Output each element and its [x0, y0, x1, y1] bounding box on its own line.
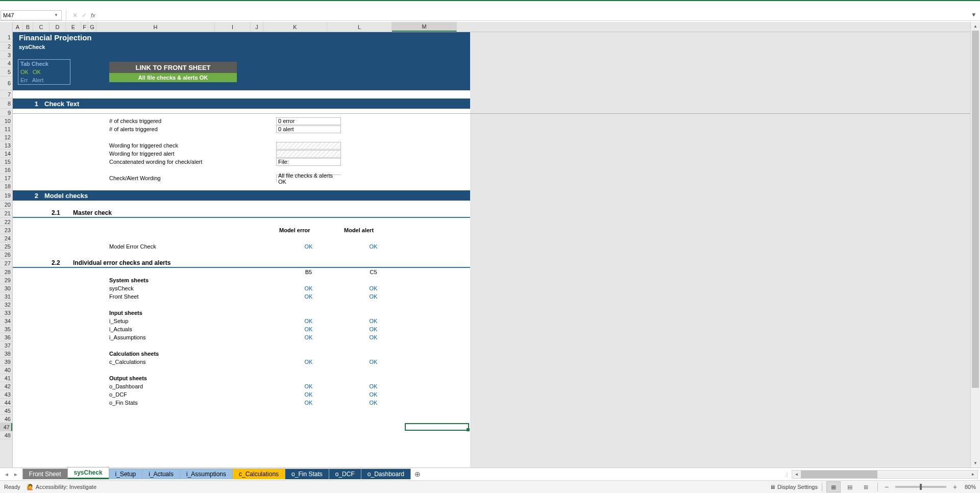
row-header-47[interactable]: 47 — [0, 423, 12, 431]
column-header-G[interactable]: G — [88, 22, 96, 32]
sheet-tab-o_dcf[interactable]: o_DCF — [329, 469, 361, 479]
link-to-front-sheet-button[interactable]: LINK TO FRONT SHEET — [109, 62, 237, 73]
row-header-23[interactable]: 23 — [0, 226, 12, 234]
spreadsheet-grid[interactable]: Financial Projection sysCheck Tab Check … — [13, 32, 970, 467]
row-header-40[interactable]: 40 — [0, 366, 12, 374]
row-header-4[interactable]: 4 — [0, 59, 12, 68]
row-header-13[interactable]: 13 — [0, 141, 12, 150]
row-header-31[interactable]: 31 — [0, 292, 12, 301]
row-header-33[interactable]: 33 — [0, 309, 12, 317]
column-header-M[interactable]: M — [392, 22, 457, 32]
row-header-17[interactable]: 17 — [0, 174, 12, 182]
row-header-45[interactable]: 45 — [0, 407, 12, 415]
row-header-36[interactable]: 36 — [0, 333, 12, 341]
row-header-44[interactable]: 44 — [0, 399, 12, 407]
row-header-24[interactable]: 24 — [0, 234, 12, 242]
row-header-22[interactable]: 22 — [0, 218, 12, 226]
sheet-tab-c_calculations[interactable]: c_Calculations — [232, 469, 285, 479]
row-header-14[interactable]: 14 — [0, 150, 12, 158]
column-header-D[interactable]: D — [50, 22, 66, 32]
row-header-5[interactable]: 5 — [0, 68, 12, 77]
cancel-icon[interactable]: ✕ — [70, 11, 80, 20]
row-header-16[interactable]: 16 — [0, 166, 12, 174]
sheet-tab-o_fin-stats[interactable]: o_Fin Stats — [285, 469, 329, 479]
tab-nav-prev-icon[interactable]: ◄ — [4, 472, 9, 477]
row-header-42[interactable]: 42 — [0, 382, 12, 390]
row-header-29[interactable]: 29 — [0, 276, 12, 284]
row-header-39[interactable]: 39 — [0, 358, 12, 366]
scroll-left-button[interactable]: ◄ — [792, 471, 801, 478]
zoom-in-button[interactable]: + — [950, 482, 960, 491]
row-header-34[interactable]: 34 — [0, 317, 12, 325]
scroll-up-button[interactable]: ▲ — [971, 22, 980, 31]
row-header-25[interactable]: 25 — [0, 242, 12, 251]
normal-view-button[interactable]: ▦ — [826, 481, 841, 492]
column-header-K[interactable]: K — [263, 22, 327, 32]
column-header-E[interactable]: E — [66, 22, 81, 32]
zoom-level[interactable]: 80% — [965, 484, 976, 490]
zoom-out-button[interactable]: − — [882, 482, 891, 491]
column-header-A[interactable]: A — [13, 22, 23, 32]
scroll-down-button[interactable]: ▼ — [971, 459, 980, 467]
row-header-1[interactable]: 1 — [0, 32, 12, 42]
row-header-30[interactable]: 30 — [0, 284, 12, 292]
row-header-7[interactable]: 7 — [0, 90, 12, 98]
page-break-view-button[interactable]: ⊞ — [859, 481, 873, 492]
zoom-slider-thumb[interactable] — [920, 484, 922, 490]
row-header-6[interactable]: 6 — [0, 77, 12, 90]
row-header-37[interactable]: 37 — [0, 341, 12, 350]
horizontal-scroll-thumb[interactable] — [801, 471, 877, 478]
row-header-28[interactable]: 28 — [0, 268, 12, 276]
row-header-32[interactable]: 32 — [0, 301, 12, 309]
row-header-9[interactable]: 9 — [0, 109, 12, 117]
vertical-scrollbar[interactable]: ▲ ▼ — [970, 22, 980, 467]
sheet-tab-syscheck[interactable]: sysCheck — [67, 467, 109, 479]
enter-icon[interactable]: ✓ — [80, 11, 89, 20]
row-header-18[interactable]: 18 — [0, 182, 12, 190]
formula-input[interactable] — [99, 10, 970, 20]
row-header-11[interactable]: 11 — [0, 125, 12, 133]
sheet-tab-front-sheet[interactable]: Front Sheet — [22, 469, 68, 479]
column-header-L[interactable]: L — [327, 22, 392, 32]
sheet-tab-i_assumptions[interactable]: i_Assumptions — [180, 469, 233, 479]
vertical-scroll-thumb[interactable] — [972, 31, 979, 388]
row-header-20[interactable]: 20 — [0, 201, 12, 209]
sheet-tab-i_setup[interactable]: i_Setup — [109, 469, 143, 479]
row-header-8[interactable]: 8 — [0, 98, 12, 109]
column-header-C[interactable]: C — [33, 22, 50, 32]
name-box[interactable]: M47 ▼ — [1, 10, 62, 20]
row-header-41[interactable]: 41 — [0, 374, 12, 382]
sheet-tab-o_dashboard[interactable]: o_Dashboard — [361, 469, 411, 479]
row-header-48[interactable]: 48 — [0, 431, 12, 439]
fx-icon[interactable]: fx — [91, 12, 95, 18]
accessibility-status[interactable]: 🙋 Accessibility: Investigate — [27, 484, 96, 490]
row-header-46[interactable]: 46 — [0, 415, 12, 423]
row-header-38[interactable]: 38 — [0, 350, 12, 358]
row-header-10[interactable]: 10 — [0, 117, 12, 125]
select-all-triangle[interactable] — [0, 22, 13, 32]
column-header-H[interactable]: H — [96, 22, 215, 32]
row-header-35[interactable]: 35 — [0, 325, 12, 333]
column-header-B[interactable]: B — [23, 22, 33, 32]
display-settings-button[interactable]: 🖥 Display Settings — [770, 484, 818, 490]
tab-scroll-handle-icon[interactable]: ⋮ — [782, 469, 792, 480]
name-box-dropdown-icon[interactable]: ▼ — [54, 13, 59, 17]
zoom-slider[interactable] — [895, 486, 946, 488]
page-layout-view-button[interactable]: ▤ — [843, 481, 857, 492]
column-header-J[interactable]: J — [251, 22, 263, 32]
tab-nav-next-icon[interactable]: ► — [13, 472, 18, 477]
row-header-43[interactable]: 43 — [0, 390, 12, 399]
sheet-tab-i_actuals[interactable]: i_Actuals — [142, 469, 180, 479]
column-header-I[interactable]: I — [215, 22, 251, 32]
horizontal-scrollbar[interactable]: ◄ ► — [792, 470, 978, 479]
row-header-19[interactable]: 19 — [0, 190, 12, 201]
row-header-27[interactable]: 27 — [0, 259, 12, 268]
row-header-21[interactable]: 21 — [0, 209, 12, 218]
row-header-2[interactable]: 2 — [0, 42, 12, 51]
new-sheet-button[interactable]: ⊕ — [410, 468, 425, 480]
formula-expand-icon[interactable]: ⯆ — [970, 13, 978, 17]
row-header-26[interactable]: 26 — [0, 251, 12, 259]
row-header-12[interactable]: 12 — [0, 133, 12, 141]
row-header-15[interactable]: 15 — [0, 158, 12, 166]
scroll-right-button[interactable]: ► — [969, 471, 977, 478]
